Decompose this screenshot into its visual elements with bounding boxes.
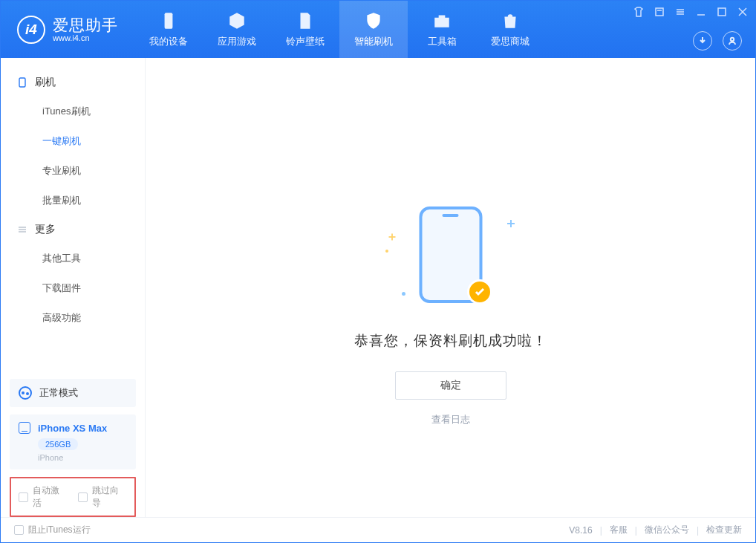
sidebar-item-onekey-flash[interactable]: 一键刷机 (1, 126, 145, 156)
check-badge-icon (467, 279, 492, 305)
svg-rect-1 (656, 8, 663, 16)
mode-label: 正常模式 (39, 386, 78, 400)
status-left: 阻止iTunes运行 (14, 524, 91, 536)
tab-ringtones-wallpapers[interactable]: 铃声壁纸 (271, 1, 339, 58)
shirt-icon[interactable] (633, 7, 644, 17)
checkbox-auto-activate[interactable]: 自动激活 (19, 484, 68, 510)
maximize-icon[interactable] (717, 7, 727, 17)
group-title: 刷机 (35, 76, 56, 89)
shopping-bag-icon (501, 11, 520, 30)
brand-title: 爱思助手 (53, 16, 118, 33)
toolbox-icon (432, 11, 452, 30)
view-log-link[interactable]: 查看日志 (431, 413, 470, 426)
music-file-icon (296, 11, 315, 30)
support-link[interactable]: 客服 (610, 524, 628, 536)
version-label: V8.16 (569, 525, 592, 536)
checkbox-label: 阻止iTunes运行 (28, 524, 91, 536)
tab-toolbox[interactable]: 工具箱 (408, 1, 476, 58)
sidebar-scroll: 刷机 iTunes刷机 一键刷机 专业刷机 批量刷机 更多 其他工具 下载固件 … (1, 58, 145, 379)
brand-logo-icon: i4 (17, 16, 45, 44)
sidebar-item-advanced[interactable]: 高级功能 (1, 303, 145, 333)
group-title: 更多 (35, 223, 56, 236)
sparkle-icon (507, 220, 515, 227)
sidebar-bottom: 正常模式 iPhone XS Max 256GB iPhone (1, 379, 145, 477)
sidebar-item-pro-flash[interactable]: 专业刷机 (1, 156, 145, 186)
download-icon[interactable] (693, 31, 712, 51)
device-name: iPhone XS Max (38, 423, 107, 434)
app-window: i4 爱思助手 www.i4.cn 我的设备 应用游戏 铃声壁纸 智能刷机 (0, 0, 756, 543)
checkbox-box-icon (78, 492, 88, 502)
success-message: 恭喜您，保资料刷机成功啦！ (354, 331, 547, 351)
tab-label: 铃声壁纸 (286, 35, 325, 48)
tab-label: 智能刷机 (354, 35, 393, 48)
sidebar-item-other-tools[interactable]: 其他工具 (1, 244, 145, 273)
tab-label: 爱思商城 (491, 35, 529, 48)
wechat-link[interactable]: 微信公众号 (645, 524, 689, 536)
dot-icon (385, 250, 388, 253)
minimize-icon[interactable] (696, 7, 706, 17)
brand-text: 爱思助手 www.i4.cn (53, 16, 118, 42)
device-icon (17, 77, 27, 88)
tab-smart-flash[interactable]: 智能刷机 (339, 1, 408, 58)
sidebar-group-flash: 刷机 (1, 68, 145, 97)
sparkle-icon (388, 234, 395, 241)
header-right-icons (693, 31, 742, 51)
list-icon (17, 224, 27, 235)
sidebar: 刷机 iTunes刷机 一键刷机 专业刷机 批量刷机 更多 其他工具 下载固件 … (1, 58, 146, 517)
shield-refresh-icon (364, 11, 383, 30)
sidebar-item-batch-flash[interactable]: 批量刷机 (1, 186, 145, 215)
sidebar-item-itunes-flash[interactable]: iTunes刷机 (1, 97, 145, 126)
brand-subtitle: www.i4.cn (53, 33, 118, 42)
tab-label: 我的设备 (149, 35, 188, 48)
separator: | (600, 525, 602, 536)
menu-icon[interactable] (675, 7, 685, 17)
tab-store[interactable]: 爱思商城 (476, 1, 544, 58)
check-update-link[interactable]: 检查更新 (706, 524, 742, 536)
svg-point-10 (731, 38, 734, 41)
svg-rect-0 (165, 13, 173, 29)
titlebar: i4 爱思助手 www.i4.cn 我的设备 应用游戏 铃声壁纸 智能刷机 (1, 1, 755, 58)
main-content: 恭喜您，保资料刷机成功啦！ 确定 查看日志 (146, 58, 755, 517)
phone-icon (159, 11, 178, 30)
close-icon[interactable] (737, 7, 748, 17)
body: 刷机 iTunes刷机 一键刷机 专业刷机 批量刷机 更多 其他工具 下载固件 … (1, 58, 755, 517)
svg-rect-11 (19, 78, 25, 87)
tab-my-device[interactable]: 我的设备 (134, 1, 203, 58)
main-tabs: 我的设备 应用游戏 铃声壁纸 智能刷机 工具箱 爱思商城 (134, 1, 544, 58)
device-phone-icon (19, 422, 30, 434)
checkbox-label: 跳过向导 (92, 484, 127, 510)
flash-options-highlight: 自动激活 跳过向导 (10, 477, 136, 517)
tab-label: 应用游戏 (218, 35, 256, 48)
success-illustration (384, 207, 518, 310)
checkbox-block-itunes[interactable]: 阻止iTunes运行 (14, 524, 91, 536)
tab-label: 工具箱 (428, 35, 457, 48)
separator: | (635, 525, 637, 536)
checkbox-skip-guide[interactable]: 跳过向导 (78, 484, 127, 510)
brand: i4 爱思助手 www.i4.cn (1, 1, 134, 58)
dot-icon (402, 292, 405, 296)
sidebar-group-more: 更多 (1, 215, 145, 244)
device-row: iPhone XS Max (19, 422, 127, 434)
cube-icon (227, 11, 247, 30)
svg-rect-7 (718, 8, 726, 16)
sidebar-item-download-firmware[interactable]: 下载固件 (1, 273, 145, 303)
checkbox-label: 自动激活 (33, 484, 68, 510)
device-capacity-badge: 256GB (38, 438, 78, 450)
ok-button[interactable]: 确定 (395, 371, 506, 400)
mode-icon (19, 386, 32, 400)
user-icon[interactable] (723, 31, 742, 51)
mode-card[interactable]: 正常模式 (10, 379, 136, 407)
tab-apps-games[interactable]: 应用游戏 (203, 1, 271, 58)
separator: | (697, 525, 699, 536)
note-icon[interactable] (654, 7, 665, 17)
status-right: V8.16 | 客服 | 微信公众号 | 检查更新 (569, 524, 742, 536)
device-type: iPhone (38, 453, 127, 462)
window-controls (633, 7, 748, 17)
checkbox-box-icon (19, 492, 28, 502)
device-card[interactable]: iPhone XS Max 256GB iPhone (10, 414, 136, 469)
statusbar: 阻止iTunes运行 V8.16 | 客服 | 微信公众号 | 检查更新 (1, 517, 755, 542)
checkbox-box-icon (14, 525, 24, 535)
